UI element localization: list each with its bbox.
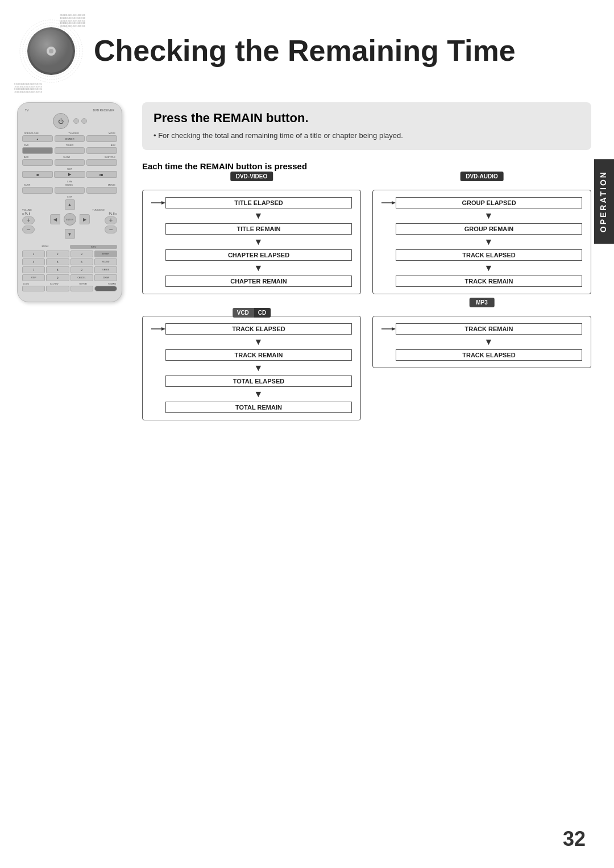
dvd-audio-arrow-0: ▼ [381, 211, 582, 221]
slow-btn[interactable] [55, 159, 85, 166]
num-6-btn[interactable]: 6 [70, 258, 93, 265]
eject-btn[interactable]: ▲ [22, 135, 53, 142]
remain-btn[interactable] [94, 286, 117, 291]
surr-label: SURR [24, 183, 30, 186]
logo-label: LOGO [23, 283, 29, 285]
slow-label: SLOW [63, 156, 70, 158]
movie-btn[interactable] [86, 187, 117, 194]
dvd-source-label: DVD [24, 144, 28, 147]
press-remain-section: Press the REMAIN button. For checking th… [142, 102, 591, 150]
vcd-cd-arrow-1: ▼ [151, 363, 352, 373]
num-8-btn[interactable]: 8 [46, 266, 69, 273]
ezview-btn[interactable] [46, 286, 69, 291]
num-5-btn[interactable]: 5 [46, 258, 69, 265]
dvd-btn[interactable] [22, 147, 53, 154]
sound-btn[interactable]: SOUND [94, 258, 117, 265]
btn-circle-2[interactable] [81, 118, 87, 124]
press-remain-title: Press the REMAIN button. [154, 111, 580, 126]
num-4-btn[interactable]: 4 [22, 258, 45, 265]
press-remain-description: For checking the total and remaining tim… [154, 130, 580, 141]
cancel-btn[interactable]: CANCEL [70, 274, 93, 281]
vcd-cd-item-1: TRACK REMAIN [165, 349, 352, 361]
mp3-item-0: TRACK REMAIN [396, 323, 582, 335]
cd-badge: CD [254, 308, 271, 318]
arc-label: ARC [24, 156, 28, 158]
vol-plus-btn[interactable]: + [22, 216, 35, 224]
dvd-audio-arrow-1: ▼ [381, 237, 582, 247]
surr-btn[interactable] [22, 187, 53, 194]
music-btn[interactable] [55, 187, 85, 194]
num-3-btn[interactable]: 3 [70, 251, 93, 257]
svg-marker-10 [392, 201, 396, 205]
lsm-label: L.SM [22, 180, 117, 183]
ch-up-btn[interactable]: + [105, 216, 117, 224]
step-btn[interactable]: STEP [22, 274, 45, 281]
tuner-label: TUNER [66, 144, 74, 147]
dvd-video-item-3: CHAPTER REMAIN [165, 276, 352, 287]
dvd-audio-diagram: GROUP ELAPSED ▼ GROUP REMAIN ▼ TRACK ELA… [372, 190, 591, 294]
dpad-left-btn[interactable]: ◀ [50, 214, 60, 224]
play-btn[interactable]: ▶ [54, 171, 85, 178]
dpad-up-btn[interactable]: ▲ [65, 199, 75, 210]
btn-circle-1[interactable] [73, 118, 79, 124]
vcd-cd-arrow-0: ▼ [151, 337, 352, 347]
dpad-right-btn[interactable]: ▶ [80, 214, 90, 224]
mp3-item-1: TRACK ELAPSED [396, 349, 582, 361]
dvd-video-arrow-0: ▼ [151, 211, 352, 221]
dimmer-btn[interactable]: DIMMER [55, 135, 85, 142]
tuning-label: TUNING/CH [93, 208, 118, 211]
dvd-video-item-0: TITLE ELAPSED [165, 197, 352, 208]
subtitle-btn[interactable] [86, 159, 117, 166]
num-1-btn[interactable]: 1 [22, 251, 45, 257]
num-0-btn[interactable]: 0 [46, 274, 69, 281]
tuner-btn[interactable] [55, 147, 85, 154]
dvd-audio-item-3: TRACK REMAIN [396, 276, 582, 287]
vol-minus-btn[interactable]: − [22, 226, 35, 233]
dvd-video-badge: DVD-VIDEO [230, 172, 273, 181]
remain-label: REMAIN [108, 283, 116, 285]
dpad[interactable]: ▲ ▼ ◀ ▶ ENTER [50, 199, 90, 239]
page-title: Checking the Remaining Time [94, 35, 516, 67]
num-9-btn[interactable]: 9 [70, 266, 93, 273]
svg-marker-14 [392, 327, 396, 331]
smode-btn[interactable]: S.MODE [94, 266, 117, 273]
enter-btn[interactable]: ENTER [64, 213, 76, 226]
dvd-video-diagram: TITLE ELAPSED ▼ TITLE REMAIN ▼ CHAPTER E… [142, 190, 361, 294]
svg-point-6 [49, 49, 53, 53]
dvd-audio-arrow-2: ▼ [381, 263, 582, 273]
music-label: MUSIC [65, 183, 73, 186]
mode-btn[interactable] [86, 135, 117, 142]
dvd-video-item-2: CHAPTER ELAPSED [165, 249, 352, 261]
operation-sidebar: OPERATION [594, 159, 614, 244]
power-icon: ⏻ [58, 118, 64, 124]
vcd-badge: VCD [233, 308, 254, 318]
logo-btn[interactable] [22, 286, 45, 291]
enter-small-btn[interactable]: ENTER [94, 251, 117, 257]
dvd-video-arrow-1: ▼ [151, 237, 352, 247]
dpad-down-btn[interactable]: ▼ [65, 229, 75, 239]
next-btn[interactable]: ⏭ [86, 171, 117, 178]
mode-label: MODE [109, 132, 115, 135]
arc-btn[interactable] [22, 159, 53, 166]
vcd-cd-item-3: TOTAL REMAIN [165, 402, 352, 413]
tv-video-label: TV/VIDEO [68, 132, 79, 135]
skip-label: SKIP [22, 168, 117, 170]
zoom-btn[interactable]: ZOOM [94, 274, 117, 281]
vcd-cd-arrow-2: ▼ [151, 389, 352, 399]
vcd-cd-diagram: TRACK ELAPSED ▼ TRACK REMAIN ▼ TOTAL ELA… [142, 316, 361, 420]
aux-btn[interactable] [86, 147, 117, 154]
dvd-receiver-label: DVD RECEIVER [93, 108, 114, 112]
vhp-label: V-HP [22, 195, 117, 198]
prev-btn[interactable]: ⏮ [22, 171, 53, 178]
pl2-mode-label: □ PL II [22, 212, 31, 215]
power-btn[interactable]: ⏻ [53, 113, 69, 129]
num-2-btn[interactable]: 2 [46, 251, 69, 257]
subtitle-label: SUBTITLE [105, 156, 115, 158]
pl2-effect-label: PL II □ [109, 212, 117, 215]
num-7-btn[interactable]: 7 [22, 266, 45, 273]
mp3-badge: MP3 [469, 298, 495, 307]
repeat-btn[interactable] [70, 286, 93, 291]
dvd-audio-badge: DVD-AUDIO [460, 172, 504, 181]
ch-down-btn[interactable]: − [105, 226, 117, 233]
svg-marker-12 [161, 327, 165, 331]
